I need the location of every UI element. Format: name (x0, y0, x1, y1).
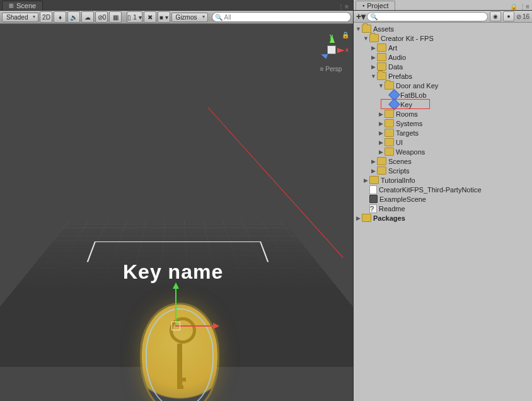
tree-packages[interactable]: ▶Packages (354, 213, 532, 223)
shading-mode-dropdown[interactable]: Shaded (2, 13, 38, 22)
filter-icon: ● (507, 13, 510, 20)
tools-button[interactable]: ✖ (144, 11, 156, 23)
folder-icon (385, 119, 394, 127)
projection-label[interactable]: ≡ Persp (314, 66, 348, 73)
tree-example-scene[interactable]: ExampleScene (354, 194, 532, 204)
tree-art[interactable]: ▶Art (354, 43, 532, 52)
tree-weapons[interactable]: ▶Weapons (354, 147, 532, 156)
type-filter-button[interactable]: ● (503, 11, 514, 21)
toggle-2d-button[interactable]: 2D (40, 11, 52, 23)
camera-dropdown[interactable]: ▯ 1 ▾ (127, 11, 142, 23)
move-x-arrowhead[interactable] (213, 323, 219, 329)
tree-creator-kit[interactable]: ▼Creator Kit - FPS (354, 33, 532, 43)
caret-right-icon[interactable]: ▶ (362, 177, 369, 183)
caret-down-icon[interactable]: ▼ (378, 83, 385, 89)
tree-label: Weapons (396, 148, 425, 156)
shading-mode-label: Shaded (6, 14, 28, 21)
tree-audio[interactable]: ▶Audio (354, 52, 532, 62)
tree-label: Assets (373, 25, 394, 33)
tree-ui[interactable]: ▶UI (354, 137, 532, 147)
folder-icon (377, 62, 386, 71)
folder-icon (362, 214, 371, 222)
audio-toggle-button[interactable]: 🔈 (67, 11, 80, 23)
tree-targets[interactable]: ▶Targets (354, 128, 532, 137)
axis-y-cone[interactable] (330, 35, 335, 43)
caret-right-icon[interactable]: ▶ (378, 120, 385, 127)
tree-systems[interactable]: ▶Systems (354, 119, 532, 128)
fx-icon: ☁ (84, 14, 91, 21)
scene-search[interactable]: 🔍 All (212, 12, 351, 22)
scene-view[interactable]: 🔒 y x ≡ Persp Key name (0, 24, 353, 401)
tree-scenes[interactable]: ▶Scenes (354, 156, 532, 166)
project-panel: ▪ Project 🔒 ⋮≡ +▾ 🔍 ◉ ● ⊘16 ▼Assets ▼Cre… (354, 0, 532, 401)
folder-open-icon (385, 81, 394, 90)
scene-tabbar: ⊞ Scene ⋮≡ (0, 0, 353, 11)
tree-label: Scripts (388, 167, 410, 175)
search-icon: 🔍 (215, 14, 223, 21)
tree-scripts[interactable]: ▶Scripts (354, 166, 532, 175)
caret-right-icon[interactable]: ▶ (370, 168, 377, 174)
move-y-axis[interactable] (175, 288, 176, 325)
axis-x-cone[interactable] (337, 48, 345, 53)
folder-icon (385, 138, 394, 146)
caret-right-icon[interactable]: ▶ (370, 158, 377, 165)
tree-rooms[interactable]: ▶Rooms (354, 109, 532, 119)
hidden-count-value: 16 (523, 13, 529, 20)
camera-button[interactable]: ■ ▾ (158, 11, 170, 23)
caret-right-icon[interactable]: ▶ (378, 149, 385, 155)
lighting-toggle-button[interactable]: ♦ (54, 11, 66, 23)
tree-prefabs[interactable]: ▼Prefabs (354, 71, 532, 81)
caret-right-icon[interactable]: ▶ (378, 111, 385, 117)
caret-down-icon[interactable]: ▼ (355, 26, 362, 32)
grid-toggle-button[interactable]: ▦ (109, 11, 122, 23)
tree-label: Systems (396, 120, 422, 127)
panel-lock-icon[interactable]: 🔒 ⋮≡ (510, 3, 529, 10)
tree-assets[interactable]: ▼Assets (354, 24, 532, 33)
tab-project[interactable]: ▪ Project (356, 1, 395, 10)
caret-right-icon[interactable]: ▶ (355, 215, 362, 221)
caret-right-icon[interactable]: ▶ (378, 130, 385, 136)
folder-icon (377, 44, 386, 52)
caret-right-icon[interactable]: ▶ (370, 45, 377, 51)
tree-label: CreatorKitFPS_Third-PartyNotice (379, 186, 482, 194)
visibility-toggle-button[interactable]: ⊘0 (95, 11, 108, 23)
key-gameobject[interactable] (142, 305, 217, 401)
tab-scene-label: Scene (16, 2, 36, 9)
eye-off-icon: ⊘0 (98, 14, 107, 21)
caret-right-icon[interactable]: ▶ (370, 54, 377, 61)
tab-project-label: Project (367, 2, 388, 9)
move-center-handle[interactable] (171, 322, 180, 330)
tree-tutorialinfo[interactable]: ▶TutorialInfo (354, 175, 532, 185)
hidden-count[interactable]: ⊘16 (516, 13, 529, 20)
tab-scene[interactable]: ⊞ Scene (2, 1, 43, 10)
tree-label: Rooms (396, 110, 418, 118)
tree-door-and-key[interactable]: ▼Door and Key (354, 81, 532, 90)
caret-right-icon[interactable]: ▶ (378, 139, 385, 146)
tree-label: Prefabs (388, 73, 412, 80)
tree-readme[interactable]: ?Readme (354, 204, 532, 213)
tree-label: Art (388, 44, 397, 52)
favorite-filter-button[interactable]: ◉ (490, 11, 501, 21)
persp-text: Persp (325, 66, 342, 73)
tree-third-party-notice[interactable]: CreatorKitFPS_Third-PartyNotice (354, 185, 532, 194)
create-button[interactable]: +▾ (356, 11, 365, 21)
gizmo-cube[interactable]: y x (317, 35, 345, 63)
scene-panel: ⊞ Scene ⋮≡ Shaded 2D ♦ 🔈 ☁ ⊘0 ▦ ▯ 1 ▾ ✖ … (0, 0, 354, 401)
tree-data[interactable]: ▶Data (354, 62, 532, 71)
caret-down-icon[interactable]: ▼ (362, 35, 369, 42)
tree-fatblob[interactable]: FatBLob (354, 90, 532, 100)
lightbulb-icon: ♦ (59, 14, 62, 21)
gizmo-center[interactable] (327, 45, 336, 54)
orientation-gizmo[interactable]: y x ≡ Persp (314, 35, 348, 73)
caret-right-icon[interactable]: ▶ (370, 64, 377, 70)
project-search[interactable]: 🔍 (367, 12, 488, 21)
project-tabbar: ▪ Project 🔒 ⋮≡ (354, 0, 532, 11)
fx-toggle-button[interactable]: ☁ (81, 11, 94, 23)
project-tree[interactable]: ▼Assets ▼Creator Kit - FPS ▶Art ▶Audio ▶… (354, 23, 532, 401)
move-x-axis[interactable] (175, 325, 213, 327)
folder-open-icon (362, 25, 371, 33)
eye-off-icon: ⊘ (516, 13, 521, 20)
panel-menu-icon[interactable]: ⋮≡ (338, 3, 349, 10)
gizmos-dropdown[interactable]: Gizmos (171, 13, 208, 22)
caret-down-icon[interactable]: ▼ (370, 73, 377, 79)
